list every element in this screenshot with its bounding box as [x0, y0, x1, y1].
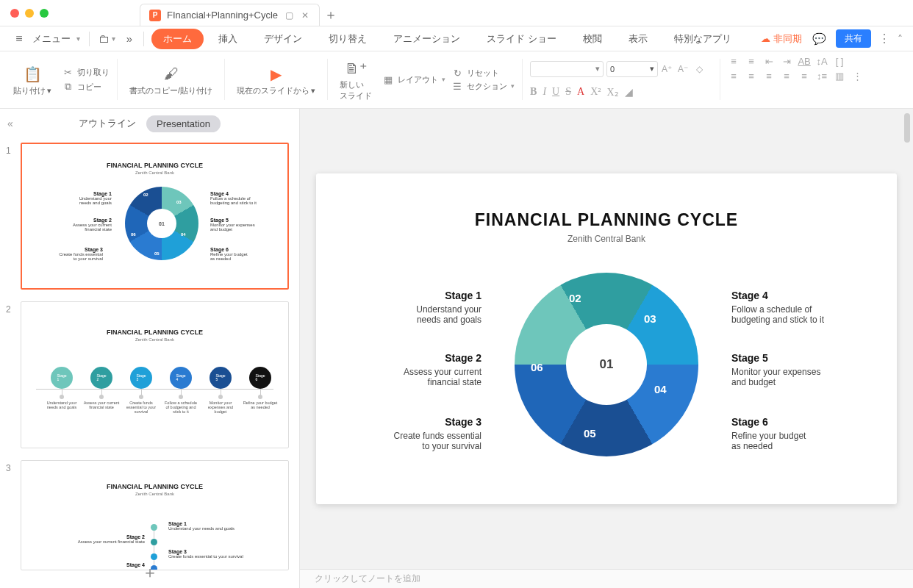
slideshow-icon[interactable]: ▢: [284, 10, 294, 21]
sync-button[interactable]: ☁非同期: [761, 32, 802, 46]
separator: [89, 32, 90, 46]
separator: [224, 59, 225, 100]
tab-title: FInancial+Planning+Cycle: [167, 10, 278, 21]
add-slide-button[interactable]: ＋: [142, 562, 158, 584]
stage-body: Follow a schedule of budgeting and stick…: [731, 304, 824, 325]
font-color-icon[interactable]: A: [577, 86, 584, 98]
indent-decrease-icon[interactable]: ⇤: [763, 56, 775, 66]
columns-icon[interactable]: ▥: [834, 71, 845, 81]
section-button[interactable]: ☰セクション▾: [451, 80, 515, 92]
thumbnail-list[interactable]: 1 FINANCIAL PLANNING CYCLE Zenith Centra…: [0, 138, 299, 588]
timeline-label: Monitor your expenses and budget: [202, 401, 239, 414]
canvas[interactable]: FINANCIAL PLANNING CYCLE Zenith Central …: [300, 109, 913, 569]
superscript-icon[interactable]: X²: [590, 86, 601, 98]
tab-transition[interactable]: 切り替え: [317, 29, 379, 49]
align-justify-icon[interactable]: ≡: [781, 71, 792, 81]
timeline-knob: [258, 395, 262, 399]
reset-button[interactable]: ↻リセット: [451, 67, 515, 79]
highlight-icon[interactable]: ◢: [625, 86, 633, 98]
bullets-icon[interactable]: ≡: [728, 56, 740, 66]
change-case-icon[interactable]: AB: [798, 56, 810, 66]
document-tab[interactable]: P FInancial+Planning+Cycle ▢ ✕: [140, 4, 320, 26]
decrease-font-icon[interactable]: A⁻: [677, 63, 689, 75]
indent-increase-icon[interactable]: ⇥: [781, 56, 792, 66]
italic-icon[interactable]: I: [543, 86, 546, 98]
slide-title: FINANCIAL PLANNING CYCLE: [316, 210, 897, 230]
separator: [143, 32, 144, 46]
copy-icon: ⧉: [62, 81, 74, 93]
mini-stage-t: Assess your current financial state: [73, 223, 112, 232]
align-right-icon[interactable]: ≡: [763, 71, 775, 81]
distribute-icon[interactable]: ≡: [798, 71, 810, 81]
slide-number: 3: [6, 460, 16, 473]
timeline-node: Stage 5: [210, 367, 232, 389]
active-slide[interactable]: FINANCIAL PLANNING CYCLE Zenith Central …: [316, 173, 897, 504]
clear-format-icon[interactable]: ◇: [693, 63, 705, 75]
notes-pane[interactable]: クリックしてノートを追加: [300, 569, 913, 588]
align-center-icon[interactable]: ≡: [745, 71, 757, 81]
close-tab-icon[interactable]: ✕: [300, 10, 310, 21]
bold-icon[interactable]: B: [530, 86, 537, 98]
slide-thumbnail-2[interactable]: FINANCIAL PLANNING CYCLE Zenith Central …: [21, 301, 289, 448]
tab-design[interactable]: デザイン: [252, 29, 314, 49]
menu-label[interactable]: メニュー: [32, 32, 71, 46]
minimize-window[interactable]: [25, 9, 34, 18]
more-icon[interactable]: ⋮: [878, 32, 890, 46]
collapse-ribbon-icon[interactable]: ˄: [898, 33, 903, 45]
tab-home[interactable]: ホーム: [151, 29, 204, 49]
tab-animation[interactable]: アニメーション: [382, 29, 472, 49]
paragraph-more-icon[interactable]: ⋮: [851, 71, 863, 81]
new-slide-button[interactable]: 🗎⁺ 新しい スライド: [335, 56, 376, 103]
text-direction-icon[interactable]: ↕A: [816, 56, 828, 66]
underline-icon[interactable]: U: [552, 86, 559, 98]
tab-view[interactable]: 表示: [617, 29, 659, 49]
font-size-select[interactable]: 0▾: [606, 61, 658, 77]
v-t: Assess your current financial state: [78, 539, 145, 544]
scrollbar-thumb[interactable]: [904, 113, 910, 143]
stage-text: Stage 4Follow a schedule of budgeting an…: [731, 290, 834, 325]
from-current-slide-button[interactable]: ▶ 現在のスライドから▾: [232, 56, 320, 103]
chevron-down-icon: ▾: [76, 35, 80, 43]
share-button[interactable]: 共有: [836, 29, 871, 48]
paste-group[interactable]: 📋 貼り付け▾: [9, 56, 56, 103]
vertical-scrollbar[interactable]: [904, 113, 910, 564]
comment-icon[interactable]: 💬: [809, 29, 828, 49]
presentation-tab[interactable]: Presentation: [146, 115, 221, 132]
open-folder-icon[interactable]: 🗀: [94, 29, 113, 49]
new-tab-button[interactable]: ＋: [320, 4, 342, 26]
slide-thumbnail-3[interactable]: FINANCIAL PLANNING CYCLE Zenith Central …: [21, 460, 289, 570]
collapse-panel-icon[interactable]: «: [7, 118, 13, 129]
stage-body: Monitor your expenses and budget: [731, 367, 820, 387]
layout-button[interactable]: ▦レイアウト▾: [382, 74, 445, 85]
timeline-label: Follow a schedule of budgeting and stick…: [162, 401, 199, 414]
increase-font-icon[interactable]: A⁺: [661, 63, 673, 75]
copy-button[interactable]: ⧉コピー: [62, 81, 110, 93]
subscript-icon[interactable]: X₂: [606, 86, 618, 98]
thumbnail-row: 3 FINANCIAL PLANNING CYCLE Zenith Centra…: [6, 460, 289, 570]
close-window[interactable]: [10, 9, 19, 18]
tab-insert[interactable]: 挿入: [207, 29, 249, 49]
chevron-right-icon[interactable]: »: [120, 29, 139, 49]
format-painter-button[interactable]: 🖌 書式のコピー/貼り付け: [125, 56, 217, 103]
thumb-title: FINANCIAL PLANNING CYCLE: [21, 329, 288, 336]
align-left-icon[interactable]: ≡: [728, 71, 740, 81]
tab-special[interactable]: 特別なアプリ: [662, 29, 743, 49]
slide-thumbnail-1[interactable]: FINANCIAL PLANNING CYCLE Zenith Central …: [21, 143, 289, 290]
hamburger-icon[interactable]: ≡: [10, 32, 28, 46]
bracket-icon[interactable]: [ ]: [834, 56, 845, 66]
window-controls: [0, 9, 59, 18]
line-spacing-icon[interactable]: ↕≡: [816, 71, 828, 81]
font-family-select[interactable]: ▾: [530, 61, 604, 77]
maximize-window[interactable]: [40, 9, 49, 18]
numbering-icon[interactable]: ≡: [745, 56, 757, 66]
tab-slideshow[interactable]: スライド ショー: [475, 29, 568, 49]
slide-panel: « アウトライン Presentation 1 FINANCIAL PLANNI…: [0, 109, 300, 588]
v-h: Stage 1: [168, 521, 234, 526]
slide-number: 2: [6, 301, 16, 315]
strikethrough-icon[interactable]: S: [565, 86, 571, 98]
timeline-label: Refine your budget as needed: [242, 401, 279, 409]
outline-tab[interactable]: アウトライン: [79, 117, 136, 130]
tab-review[interactable]: 校閲: [571, 29, 614, 49]
timeline-label: Assess your current financial state: [83, 401, 120, 409]
cut-button[interactable]: ✂切り取り: [62, 66, 110, 78]
